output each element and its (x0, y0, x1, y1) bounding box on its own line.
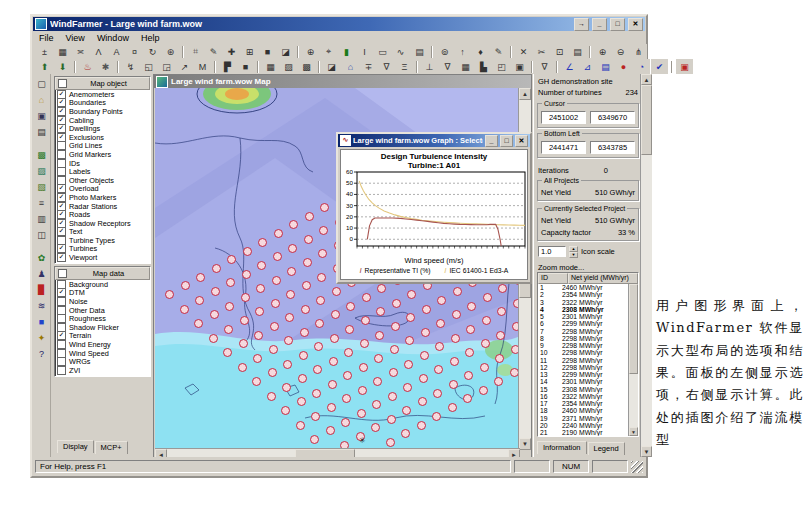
turbine-symbol[interactable] (480, 363, 489, 372)
checklist-item[interactable]: ✓Roads (55, 210, 150, 219)
turbine-symbol[interactable] (389, 368, 398, 377)
turbine-symbol[interactable] (422, 305, 431, 314)
checklist-item[interactable]: Wind Speed (55, 349, 150, 358)
open-workbook-icon[interactable]: ⌂ (342, 59, 359, 74)
text-tool-icon[interactable]: I (356, 44, 373, 59)
compass-icon[interactable]: ⊚ (436, 44, 453, 59)
table-row[interactable]: 142301 MWh/yr (538, 378, 638, 385)
header-checkbox[interactable] (58, 269, 67, 278)
tab-mcp[interactable]: MCP+ (95, 441, 128, 454)
split-view-icon[interactable]: ◫ (34, 227, 50, 242)
turbine-symbol[interactable] (283, 360, 292, 369)
turbine-symbol[interactable] (372, 400, 381, 409)
chart-point-icon[interactable]: ● (615, 59, 632, 74)
checklist-item[interactable]: ✓Text (55, 228, 150, 237)
checkbox[interactable] (57, 366, 66, 375)
turbine-symbol[interactable] (390, 345, 399, 354)
checklist-item[interactable]: Roughness (55, 314, 150, 323)
table-row[interactable]: 52301 MWh/yr (538, 313, 638, 320)
menu-view[interactable]: View (66, 33, 85, 43)
table-row[interactable]: 12460 MWh/yr (538, 284, 638, 291)
turbine-symbol[interactable] (331, 310, 340, 319)
turbine-symbol[interactable] (386, 438, 395, 447)
turbine-symbol[interactable] (313, 365, 322, 374)
scroll-up-icon[interactable]: ▲ (641, 74, 652, 85)
image-icon[interactable]: ▨ (280, 59, 297, 74)
move-down-icon[interactable]: ⬇ (54, 59, 71, 74)
turbine-symbol[interactable] (267, 392, 276, 401)
turbine-symbol[interactable] (226, 278, 235, 287)
draw-icon[interactable]: ✎ (205, 44, 222, 59)
turbine-symbol[interactable] (402, 406, 411, 415)
turbine-symbol[interactable] (314, 342, 323, 351)
net-yield-table[interactable]: ID Net yield (MWh/yr) 12460 MWh/yr22354 … (537, 272, 639, 437)
table-row[interactable]: 132299 MWh/yr (538, 371, 638, 378)
turbine-symbol[interactable] (359, 363, 368, 372)
forward-button[interactable]: → (574, 18, 589, 31)
turbine-symbol[interactable] (436, 319, 445, 328)
tab-legend[interactable]: Legend (588, 442, 625, 455)
calendar-icon[interactable]: ▦ (457, 59, 474, 74)
turbine-symbol[interactable] (403, 383, 412, 392)
chart-line-icon[interactable]: ∠ (561, 59, 578, 74)
measure-icon[interactable]: ≍ (72, 44, 89, 59)
turbine-symbol[interactable] (342, 394, 351, 403)
paste-icon[interactable]: ▤ (569, 44, 586, 59)
panel-scrollbar[interactable]: ▲ ▼ (640, 74, 652, 457)
turbine-symbol[interactable] (371, 423, 380, 432)
minimize-button[interactable]: _ (485, 135, 498, 147)
checklist-item[interactable]: ✓DTM (55, 289, 150, 298)
turbine-symbol[interactable] (300, 328, 309, 337)
turbine-symbol[interactable] (301, 305, 310, 314)
checklist-item[interactable]: ✓Anemometers (55, 90, 150, 99)
turbine-symbol[interactable] (311, 412, 320, 421)
turbine-symbol[interactable] (375, 331, 384, 340)
turbine-symbol[interactable] (258, 238, 267, 247)
turbine-symbol[interactable] (287, 267, 296, 276)
table-row[interactable]: 192371 MWh/yr (538, 415, 638, 422)
turbine-symbol[interactable] (211, 287, 220, 296)
turbine-symbol[interactable] (225, 302, 234, 311)
photo-montage-icon[interactable]: ▦ (262, 59, 279, 74)
pan-icon[interactable]: ⋔ (630, 44, 647, 59)
turbine-symbol[interactable] (288, 244, 297, 253)
turbine-symbol[interactable] (496, 331, 505, 340)
site-grid-icon[interactable]: ▦ (54, 44, 71, 59)
table-row[interactable]: 102298 MWh/yr (538, 349, 638, 356)
turbine-symbol[interactable] (212, 264, 221, 273)
turbine-symbol[interactable] (238, 363, 247, 372)
turbine-symbol[interactable] (404, 360, 413, 369)
turbine-symbol[interactable] (274, 229, 283, 238)
table-row[interactable]: 112298 MWh/yr (538, 357, 638, 364)
turbine-symbol[interactable] (464, 371, 473, 380)
mcp-icon[interactable]: M (194, 59, 211, 74)
map-block-icon[interactable]: ▛ (219, 59, 236, 74)
turbine-tool-icon[interactable]: ⊛ (162, 44, 179, 59)
turbine-symbol[interactable] (272, 276, 281, 285)
turbine-symbol[interactable] (376, 307, 385, 316)
scroll-down-icon[interactable]: ▼ (629, 427, 638, 436)
turbine-symbol[interactable] (209, 334, 218, 343)
turbine-symbol[interactable] (240, 316, 249, 325)
optimiser-icon[interactable]: ♨ (79, 59, 96, 74)
photo-view-icon[interactable]: ▨ (34, 163, 50, 178)
turbine-symbol[interactable] (329, 357, 338, 366)
flower-icon[interactable]: ✱ (97, 59, 114, 74)
icon-scale-stepper[interactable]: ▲ ▼ (569, 246, 578, 257)
scroll-thumb[interactable] (641, 85, 652, 155)
checklist-item[interactable]: ✓Dwellings (55, 124, 150, 133)
maximize-button[interactable]: □ (610, 18, 625, 31)
fill-icon[interactable]: ■ (259, 44, 276, 59)
people-icon[interactable]: ♟ (34, 266, 50, 281)
table-row[interactable]: 62299 MWh/yr (538, 320, 638, 327)
turbine-symbol[interactable] (316, 296, 325, 305)
flow-icon[interactable]: ↗ (176, 59, 193, 74)
energy-icon[interactable]: ↯ (122, 59, 139, 74)
turbine-symbol[interactable] (362, 293, 371, 302)
turbine-symbol[interactable] (196, 273, 205, 282)
checklist-item[interactable]: Other Objects (55, 176, 150, 185)
turbine-symbol[interactable] (467, 302, 476, 311)
menu-window[interactable]: Window (97, 33, 129, 43)
table-row[interactable]: 172354 MWh/yr (538, 400, 638, 407)
turbine-symbol[interactable] (289, 220, 298, 229)
